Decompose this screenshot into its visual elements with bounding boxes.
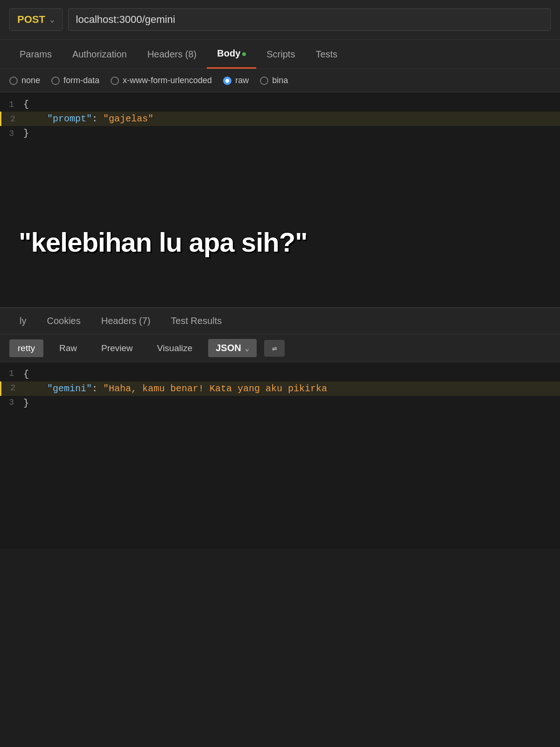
chevron-down-icon: ⌄ [50,15,55,24]
line-number-1: 1 [0,100,23,109]
body-options-row: none form-data x-www-form-urlencoded raw… [0,69,560,92]
json-colon: : [92,113,103,124]
radio-binary[interactable]: bina [260,76,288,85]
line-number-2: 2 [1,114,25,124]
tab-params[interactable]: Params [9,41,62,68]
radio-label-none: none [21,76,40,85]
tab-authorization[interactable]: Authorization [62,41,137,68]
line-number-3: 3 [0,129,23,138]
method-label: POST [17,14,45,26]
body-dot-indicator [242,52,246,56]
resp-line-number-3: 3 [0,398,23,407]
meme-text: "kelebihan lu apa sih?" [19,226,308,258]
response-body-editor[interactable]: 1 { 2 "gemini": "Haha, kamu benar! Kata … [0,362,560,456]
resp-json-colon: : [92,383,103,394]
wrap-icon: ⇌ [272,343,277,353]
tab-headers[interactable]: Headers (8) [137,41,207,68]
code-line-2: 2 "prompt": "gajelas" [0,112,560,126]
resp-line-number-2: 2 [1,383,25,393]
resp-tab-body[interactable]: ly [9,308,36,334]
format-btn-raw[interactable]: Raw [51,339,85,357]
line-content-2: "prompt": "gajelas" [25,113,154,124]
response-line-3: 3 } [0,396,560,410]
radio-circle-none [9,77,18,85]
top-bar: POST ⌄ localhost:3000/gemini [0,0,560,40]
bottom-space [0,456,560,549]
line-content-3: } [23,128,29,139]
resp-line-number-1: 1 [0,369,23,378]
request-body-editor[interactable]: 1 { 2 "prompt": "gajelas" 3 } [0,92,560,176]
radio-label-urlencoded: x-www-form-urlencoded [123,76,212,85]
radio-circle-raw [223,77,231,85]
code-line-3: 3 } [0,126,560,141]
radio-none[interactable]: none [9,76,40,85]
resp-json-key-gemini: "gemini" [25,383,92,394]
resp-line-content-2: "gemini": "Haha, kamu benar! Kata yang a… [25,383,327,394]
resp-line-content-1: { [23,369,29,380]
format-type-dropdown[interactable]: JSON ⌄ [208,339,257,357]
radio-label-binary: bina [272,76,288,85]
resp-tab-test-results[interactable]: Test Results [161,308,232,334]
line-content-1: { [23,99,29,110]
response-line-1: 1 { [0,367,560,381]
radio-form-data[interactable]: form-data [51,76,99,85]
json-value-gajelas: "gajelas" [103,113,154,124]
response-line-2: 2 "gemini": "Haha, kamu benar! Kata yang… [0,381,560,396]
radio-label-form-data: form-data [63,76,99,85]
format-btn-preview[interactable]: Preview [93,339,141,357]
radio-circle-urlencoded [111,77,119,85]
request-tabs: Params Authorization Headers (8) Body Sc… [0,40,560,69]
response-format-row: retty Raw Preview Visualize JSON ⌄ ⇌ [0,334,560,362]
meme-text-container: "kelebihan lu apa sih?" [0,176,560,307]
url-bar[interactable]: localhost:3000/gemini [68,8,551,31]
radio-label-raw: raw [235,76,249,85]
format-dropdown-label: JSON [216,343,241,353]
resp-line-content-3: } [23,398,29,409]
tab-body[interactable]: Body [207,40,256,69]
format-btn-visualize[interactable]: Visualize [149,339,201,357]
tab-tests[interactable]: Tests [305,41,348,68]
radio-raw[interactable]: raw [223,76,249,85]
method-dropdown[interactable]: POST ⌄ [9,8,63,31]
radio-circle-form-data [51,77,60,85]
wrap-button[interactable]: ⇌ [264,340,285,357]
format-chevron-icon: ⌄ [245,344,250,353]
code-line-1: 1 { [0,97,560,112]
tab-scripts[interactable]: Scripts [256,41,305,68]
resp-tab-cookies[interactable]: Cookies [36,308,91,334]
resp-json-value-gemini: "Haha, kamu benar! Kata yang aku pikirka [103,383,327,394]
resp-tab-headers[interactable]: Headers (7) [91,308,161,334]
radio-circle-binary [260,77,268,85]
radio-urlencoded[interactable]: x-www-form-urlencoded [111,76,212,85]
json-key-prompt: "prompt" [25,113,92,124]
response-tabs: ly Cookies Headers (7) Test Results [0,308,560,334]
format-btn-pretty[interactable]: retty [9,339,43,357]
